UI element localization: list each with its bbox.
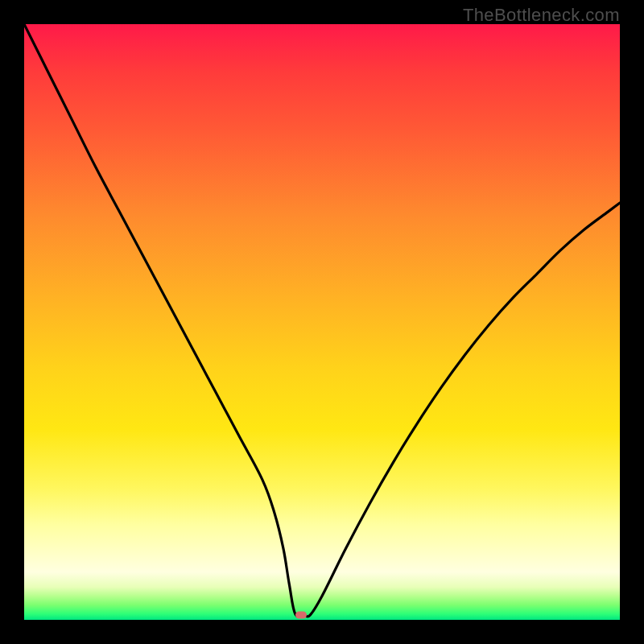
chart-frame: TheBottleneck.com — [0, 0, 644, 644]
bottleneck-curve — [24, 24, 620, 620]
plot-area — [24, 24, 620, 620]
attribution-label: TheBottleneck.com — [463, 5, 620, 26]
optimal-marker — [295, 612, 307, 619]
